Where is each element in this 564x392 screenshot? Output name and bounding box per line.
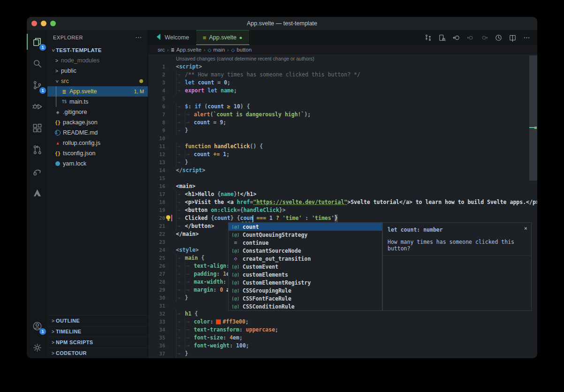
breadcrumb-item-app-svelte[interactable]: ≡App.svelte bbox=[171, 46, 202, 53]
suggest-item-continue[interactable]: ≡continue bbox=[229, 239, 382, 247]
scrollbar-thumb[interactable] bbox=[529, 55, 537, 181]
breadcrumb-item-main[interactable]: ◇main bbox=[208, 47, 225, 53]
more-actions-icon[interactable] bbox=[520, 31, 533, 44]
lightbulb-icon[interactable] bbox=[166, 215, 170, 219]
editor-scrollbar[interactable] bbox=[529, 55, 537, 358]
code-line-10[interactable]: 10 bbox=[148, 135, 537, 143]
code-line-36[interactable]: 36→→font-weight: 100; bbox=[148, 342, 537, 350]
activity-explorer-icon[interactable]: 1 bbox=[27, 31, 47, 53]
code-token: Svelte tutorial bbox=[351, 198, 399, 206]
code-line-20[interactable]: 20→Clicked {count} {coun === 1 ? 'time' … bbox=[148, 214, 537, 222]
file-row-yarn-lock[interactable]: yarn.lock bbox=[47, 158, 148, 169]
code-line-4[interactable]: 4→export let name; bbox=[148, 87, 537, 95]
code-line-1[interactable]: 1<script> bbox=[148, 63, 537, 71]
file-row-public[interactable]: >public bbox=[47, 66, 148, 76]
explorer-more-actions-icon[interactable]: ··· bbox=[136, 35, 142, 40]
line-number: 5 bbox=[148, 95, 165, 103]
section-codetour[interactable]: >CODETOUR bbox=[47, 347, 148, 358]
compare-changes-icon[interactable] bbox=[422, 31, 434, 44]
file-row-package-json[interactable]: {}package.json bbox=[47, 117, 148, 128]
line-number: 30 bbox=[148, 294, 165, 302]
tab-app-svelte[interactable]: ≡App.svelte● bbox=[196, 30, 250, 45]
titlebar[interactable]: App.svelte — test-template bbox=[27, 17, 537, 30]
section-outline[interactable]: >OUTLINE bbox=[47, 315, 148, 326]
line-number: 8 bbox=[148, 119, 165, 127]
code-line-37[interactable]: 37→} bbox=[148, 350, 537, 358]
file-row-rollup-config-js[interactable]: ▲rollup.config.js bbox=[47, 138, 148, 148]
code-line-3[interactable]: 3→let count = 0; bbox=[148, 79, 537, 87]
code-line-14[interactable]: 14</script> bbox=[148, 166, 537, 174]
code-line-19[interactable]: 19→<button on:click={handleClick}> bbox=[148, 206, 537, 214]
section-timeline[interactable]: >TIMELINE bbox=[47, 326, 148, 337]
activity-run-debug-icon[interactable] bbox=[27, 96, 47, 117]
suggest-item-create_out_transition[interactable]: ◇create_out_transition bbox=[229, 255, 382, 263]
breadcrumb-label: src bbox=[158, 47, 165, 53]
overview-ruler-change-marker bbox=[534, 127, 537, 129]
suggest-item-cssconditionrule[interactable]: [@]CSSConditionRule bbox=[229, 302, 382, 310]
code-token: <h1> bbox=[185, 190, 198, 198]
code-line-18[interactable]: 18→<p>Visit the <a href="https://svelte.… bbox=[148, 198, 537, 206]
breadcrumb-item-button[interactable]: ◇button bbox=[231, 47, 252, 53]
code-token: </a> bbox=[399, 198, 412, 206]
file-row-src[interactable]: >src bbox=[47, 76, 148, 86]
code-line-2[interactable]: 2→/** How many times has someone clicked… bbox=[148, 71, 537, 79]
symbol-element-icon: ◇ bbox=[231, 47, 235, 53]
suggest-item-customevent[interactable]: [@]CustomEvent bbox=[229, 263, 382, 271]
tab-welcome[interactable]: Welcome bbox=[148, 30, 196, 45]
line-number: 9 bbox=[148, 127, 165, 135]
code-line-32[interactable]: 32→h1 { bbox=[148, 310, 537, 318]
code-line-33[interactable]: 33→→color: #ff3e00; bbox=[148, 318, 537, 326]
codelens-unsaved-changes[interactable]: Unsaved changes (cannot determine recent… bbox=[148, 54, 537, 63]
suggest-item-customelementregistry[interactable]: [@]CustomElementRegistry bbox=[229, 279, 382, 286]
open-changes-icon[interactable] bbox=[436, 31, 448, 44]
code-line-15[interactable]: 15 bbox=[148, 174, 537, 182]
activity-settings-icon[interactable] bbox=[27, 337, 47, 358]
activity-extensions-icon[interactable] bbox=[27, 117, 47, 139]
code-line-16[interactable]: 16<main> bbox=[148, 182, 537, 190]
workspace-root-folder[interactable]: > TEST-TEMPLATE bbox=[47, 45, 148, 55]
close-icon[interactable]: × bbox=[524, 225, 527, 232]
code-line-7[interactable]: 7→→alert(`count is dangerously high!`); bbox=[148, 111, 537, 119]
code-line-6[interactable]: 6→$: if (count ≥ 10) { bbox=[148, 103, 537, 111]
line-number: 6 bbox=[148, 103, 165, 111]
code-token: 10 bbox=[234, 103, 240, 111]
timeline-run-icon[interactable] bbox=[492, 31, 504, 44]
code-line-11[interactable]: 11→function handleClick() { bbox=[148, 143, 537, 151]
code-line-5[interactable]: 5 bbox=[148, 95, 537, 103]
file-row-tsconfig-json[interactable]: {}tsconfig.json bbox=[47, 148, 148, 158]
glyph-margin bbox=[165, 127, 176, 135]
code-line-13[interactable]: 13→} bbox=[148, 158, 537, 166]
code-line-12[interactable]: 12→→count += 1; bbox=[148, 151, 537, 158]
code-line-35[interactable]: 35→→font-size: 4em; bbox=[148, 334, 537, 342]
suggest-item-customelements[interactable]: [@]customElements bbox=[229, 271, 382, 279]
code-token: } bbox=[234, 190, 237, 198]
activity-live-share-icon[interactable] bbox=[27, 160, 47, 182]
suggest-item-countqueuingstrategy[interactable]: [@]CountQueuingStrategy bbox=[229, 231, 382, 239]
activity-search-icon[interactable] bbox=[27, 53, 47, 74]
code-line-17[interactable]: 17→<h1>Hello {name}!</h1> bbox=[148, 190, 537, 198]
suggest-item-count[interactable]: [@]count bbox=[229, 223, 382, 231]
file-label: App.svelte bbox=[69, 88, 97, 95]
symbol-var-icon: [@] bbox=[230, 232, 241, 237]
file-row--gitignore[interactable]: ◈.gitignore bbox=[47, 107, 148, 117]
code-line-34[interactable]: 34→→text-transform: uppercase; bbox=[148, 326, 537, 334]
suggest-item-cssfontfacerule[interactable]: [@]CSSFontFaceRule bbox=[229, 294, 382, 302]
suggest-item-cssgroupingrule[interactable]: [@]CSSGroupingRule bbox=[229, 286, 382, 294]
code-line-8[interactable]: 8→→count = 9; bbox=[148, 119, 537, 127]
activity-github-pr-icon[interactable] bbox=[27, 139, 47, 160]
activity-accounts-icon[interactable]: 1 bbox=[27, 315, 47, 337]
section-npm-scripts[interactable]: >NPM SCRIPTS bbox=[47, 337, 148, 347]
code-line-9[interactable]: 9→} bbox=[148, 127, 537, 135]
suggest-item-constantsourcenode[interactable]: [@]ConstantSourceNode bbox=[229, 247, 382, 255]
breadcrumb-item-src[interactable]: src bbox=[158, 47, 165, 53]
file-row-readme-md[interactable]: iREADME.md bbox=[47, 128, 148, 138]
file-row-app-svelte[interactable]: ≡App.svelte1, M bbox=[47, 86, 148, 97]
code-editor[interactable]: Unsaved changes (cannot determine recent… bbox=[148, 54, 537, 358]
file-row-node-modules[interactable]: >node_modules bbox=[47, 55, 148, 66]
activity-source-control-icon[interactable]: 1 bbox=[27, 74, 47, 96]
activity-azure-icon[interactable] bbox=[27, 182, 47, 204]
code-token: function bbox=[185, 143, 211, 151]
split-editor-icon[interactable] bbox=[506, 31, 518, 44]
navigate-back-icon[interactable] bbox=[450, 31, 462, 44]
file-row-main-ts[interactable]: TSmain.ts bbox=[47, 97, 148, 107]
